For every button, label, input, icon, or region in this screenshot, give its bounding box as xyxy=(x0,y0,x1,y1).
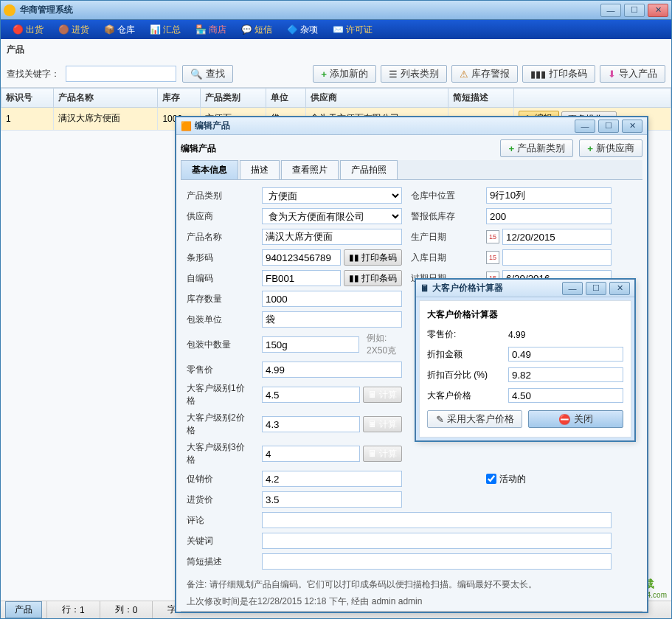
lbl-supplier: 供应商 xyxy=(187,210,253,223)
th-id[interactable]: 标识号 xyxy=(1,89,54,108)
menu-warehouse[interactable]: 📦仓库 xyxy=(97,22,142,38)
calc-percent-input[interactable] xyxy=(508,367,623,382)
calc-titlebar[interactable]: 🖩大客户价格计算器 — ☐ ✕ xyxy=(416,280,634,297)
new-supplier-button[interactable]: +新供应商 xyxy=(579,139,642,157)
dialog-wintitle: 🟧编辑产品 xyxy=(181,120,575,132)
binloc-input[interactable] xyxy=(486,187,612,204)
th-stock[interactable]: 库存 xyxy=(158,89,201,108)
calc-vip3-button[interactable]: 🖩计算 xyxy=(363,446,402,462)
list-category-button[interactable]: ☰列表类别 xyxy=(381,65,447,83)
calc-icon: 🖩 xyxy=(420,283,429,294)
category-select[interactable]: 方便面 xyxy=(262,187,402,204)
dlg-close-button[interactable]: ✕ xyxy=(622,120,642,133)
vip1-input[interactable] xyxy=(262,387,360,403)
calc-vip1-button[interactable]: 🖩计算 xyxy=(363,387,402,403)
barcode-icon: ▮▮ xyxy=(349,273,359,283)
comment-input[interactable] xyxy=(262,512,612,528)
stock-input[interactable] xyxy=(262,291,402,307)
tab-desc[interactable]: 描述 xyxy=(240,160,280,179)
status-row: 行：1 xyxy=(46,601,100,618)
sms-icon: 💬 xyxy=(241,24,252,35)
calc-close-btn-footer[interactable]: ⛔关闭 xyxy=(528,410,623,428)
th-category[interactable]: 产品类别 xyxy=(201,89,266,108)
vip1-field: 🖩计算 xyxy=(262,387,402,403)
price-calculator-dialog: 🖩大客户价格计算器 — ☐ ✕ 大客户价格计算器 零售价: 4.99 折扣金额 … xyxy=(415,279,635,441)
active-checkbox[interactable] xyxy=(486,474,496,484)
th-shortdesc[interactable]: 简短描述 xyxy=(448,89,514,108)
active-field: 活动的 xyxy=(486,473,612,485)
menu-summary[interactable]: 📊汇总 xyxy=(142,22,188,38)
menu-sms[interactable]: 💬短信 xyxy=(234,22,280,38)
calendar-icon[interactable]: 15 xyxy=(486,251,499,264)
lowstock-input[interactable] xyxy=(486,208,612,224)
main-titlebar: 华商管理系统 — ☐ ✕ xyxy=(1,1,671,20)
edit-product-titlebar[interactable]: 🟧编辑产品 — ☐ ✕ xyxy=(176,117,647,135)
warehouse-icon: 📦 xyxy=(104,24,114,35)
calendar-icon[interactable]: 15 xyxy=(486,230,499,243)
packqty-input[interactable] xyxy=(262,336,359,353)
menu-purchase[interactable]: 🟤进货 xyxy=(51,22,97,38)
promo-input[interactable] xyxy=(262,471,402,487)
print-barcode-button[interactable]: ▮▮▮打印条码 xyxy=(522,65,595,83)
lbl-purchase: 进货价 xyxy=(187,494,253,506)
dialog-header: 编辑产品 +产品新类别 +新供应商 xyxy=(181,139,642,157)
calc-footer: ✎采用大客户价格 ⛔关闭 xyxy=(427,410,623,428)
supplier-select[interactable]: 食为天方便面有限公司 xyxy=(262,208,402,224)
stock-alert-button[interactable]: ⚠库存警报 xyxy=(451,65,518,83)
th-supplier[interactable]: 供应商 xyxy=(305,89,448,108)
keyword-input[interactable] xyxy=(262,533,612,549)
minimize-button[interactable]: — xyxy=(600,4,621,17)
tab-photo[interactable]: 查看照片 xyxy=(281,160,339,179)
selfcode-input[interactable] xyxy=(262,270,341,286)
th-name[interactable]: 产品名称 xyxy=(54,89,158,108)
barcode-input[interactable] xyxy=(262,249,341,266)
retail-input[interactable] xyxy=(262,362,402,378)
search-button[interactable]: 🔍 查找 xyxy=(182,65,233,83)
new-category-button[interactable]: +产品新类别 xyxy=(500,139,573,157)
add-new-button[interactable]: +添加新的 xyxy=(313,65,376,83)
apply-vip-price-button[interactable]: ✎采用大客户价格 xyxy=(427,410,522,428)
purchase-input[interactable] xyxy=(262,491,402,508)
calc-min-button[interactable]: — xyxy=(562,282,583,295)
dlg-max-button[interactable]: ☐ xyxy=(598,120,619,133)
calc-max-button[interactable]: ☐ xyxy=(586,282,606,295)
menu-misc[interactable]: 🔷杂项 xyxy=(280,22,325,38)
th-unit[interactable]: 单位 xyxy=(266,89,305,108)
tab-shoot[interactable]: 产品拍照 xyxy=(340,160,398,179)
list-icon: ☰ xyxy=(389,69,398,80)
calc-discount-input[interactable] xyxy=(508,347,623,362)
import-products-button[interactable]: ⬇导入产品 xyxy=(600,65,665,83)
lbl-shortdesc: 简短描述 xyxy=(187,556,253,568)
menu-shop[interactable]: 🏪商店 xyxy=(188,22,234,38)
packqty-field: 例如: 2X50克 xyxy=(262,332,402,357)
vip3-input[interactable] xyxy=(262,446,360,462)
indate-input[interactable] xyxy=(502,249,612,266)
lbl-keyword: 关键词 xyxy=(187,535,253,547)
print-barcode-btn-1[interactable]: ▮▮打印条码 xyxy=(344,249,402,266)
lbl-vip1: 大客户级别1价格 xyxy=(187,382,253,407)
menu-ship[interactable]: 🔴出货 xyxy=(5,22,51,38)
dialog-footer: 💾保存 ✖关闭 xyxy=(181,611,642,612)
tab-basic[interactable]: 基本信息 xyxy=(181,160,238,179)
search-icon: 🔍 xyxy=(190,69,203,80)
calc-icon: 🖩 xyxy=(368,449,377,459)
menu-license[interactable]: ✉️许可证 xyxy=(325,22,380,38)
name-input[interactable] xyxy=(262,229,402,245)
maximize-button[interactable]: ☐ xyxy=(624,4,645,17)
pencil-icon: ✎ xyxy=(436,414,444,425)
dlg-min-button[interactable]: — xyxy=(575,120,595,133)
calc-close-button[interactable]: ✕ xyxy=(609,282,630,295)
unit-input[interactable] xyxy=(262,311,402,328)
status-tab-products[interactable]: 产品 xyxy=(5,601,42,618)
calc-vip-input[interactable] xyxy=(508,388,623,403)
vip2-input[interactable] xyxy=(262,416,360,432)
calc-vip2-button[interactable]: 🖩计算 xyxy=(363,416,402,432)
lbl-stock: 库存数量 xyxy=(187,293,253,305)
lbl-lowstock: 警报低库存 xyxy=(411,210,477,223)
shortdesc-input[interactable] xyxy=(262,553,612,570)
search-label: 查找关键字： xyxy=(7,68,60,80)
proddate-input[interactable] xyxy=(502,229,612,245)
print-barcode-btn-2[interactable]: ▮▮打印条码 xyxy=(344,270,402,286)
close-button[interactable]: ✕ xyxy=(648,4,668,17)
search-input[interactable] xyxy=(66,66,176,82)
